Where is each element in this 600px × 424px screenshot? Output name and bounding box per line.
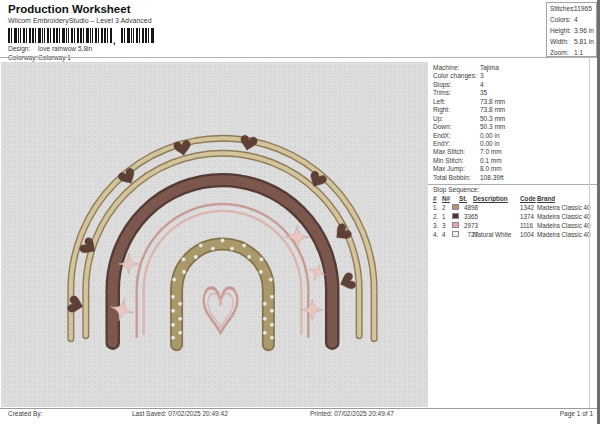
detail-row: Max Stitch:7.0 mm xyxy=(428,148,597,156)
detail-label: Up: xyxy=(433,115,443,122)
thread-color-swatch xyxy=(452,222,459,228)
stitch-count: 3365 xyxy=(460,213,478,220)
summary-label: Zoom: xyxy=(550,49,569,56)
detail-value: 3 xyxy=(480,72,484,79)
stop-sequence-header-row: # N# St. Description Code Brand xyxy=(428,195,600,204)
detail-value: 0.1 mm xyxy=(480,157,502,164)
rainbow-band-pink-lines xyxy=(137,204,309,337)
barcode-comma: , xyxy=(113,36,116,46)
footer-last-saved: Last Saved: 07/02/2025 20:49:42 xyxy=(132,410,228,417)
col-header-num: # xyxy=(433,195,437,202)
detail-label: Trims: xyxy=(433,89,451,96)
stop-sequence-row: 3. 3 2973 1116 Madeira Classic 40 xyxy=(428,222,600,231)
stop-sequence-row: 1. 2 4898 1342 Madeira Classic 40 xyxy=(428,204,600,213)
detail-row: Color changes:3 xyxy=(428,72,597,80)
thread-brand: Madeira Classic 40 xyxy=(537,222,591,229)
thread-code: 1342 xyxy=(520,204,534,211)
detail-value: 0.00 in xyxy=(480,140,500,147)
col-header-code: Code xyxy=(520,195,536,202)
detail-value: 35 xyxy=(480,89,487,96)
thread-brand: Madeira Classic 40 xyxy=(537,213,591,220)
detail-label: Min Stitch: xyxy=(433,157,463,164)
col-header-st: St. xyxy=(459,195,467,202)
summary-row-stitches: Stitches: 11965 xyxy=(547,3,596,14)
thread-code: 1116 xyxy=(520,222,533,229)
center-heart xyxy=(204,288,238,333)
detail-label: Right: xyxy=(433,106,450,113)
summary-value: 1:1 xyxy=(574,49,583,56)
needle-num: 2 xyxy=(442,204,446,211)
thread-code: 1374 xyxy=(520,213,534,220)
footer-divider xyxy=(0,408,597,409)
summary-row-width: Width: 5.81 in xyxy=(547,36,596,47)
needle-num: 4 xyxy=(442,231,446,238)
design-canvas xyxy=(1,62,428,407)
detail-row: Trims:35 xyxy=(428,89,597,97)
summary-row-colors: Colors: 4 xyxy=(547,14,596,25)
detail-value: 73.8 mm xyxy=(480,106,505,113)
design-barcode: , xyxy=(8,28,154,43)
detail-row: Right:73.8 mm xyxy=(428,106,597,114)
detail-value: 108.39ft xyxy=(480,174,504,181)
detail-row: Machine:Tajima xyxy=(428,64,597,72)
design-name-row: Design: love rainwow 5,8in xyxy=(8,45,30,52)
summary-label: Height: xyxy=(550,27,571,34)
machine-details-panel: Machine:Tajima Color changes:3 Stops:4 T… xyxy=(428,64,597,182)
stitch-count: 4898 xyxy=(460,204,478,211)
barcode-bars-left xyxy=(8,28,112,43)
stitch-count: 2973 xyxy=(460,222,478,229)
detail-row: EndY:0.00 in xyxy=(428,140,597,148)
detail-row: Min Stitch:0.1 mm xyxy=(428,157,597,165)
detail-label: Down: xyxy=(433,123,451,130)
needle-num: 3 xyxy=(442,222,446,229)
detail-value: 50.3 mm xyxy=(480,115,505,122)
detail-label: Max Jump: xyxy=(433,165,465,172)
stop-num: 1. xyxy=(433,204,438,211)
design-label: Design: xyxy=(8,45,30,52)
thread-code: 1004 xyxy=(520,231,534,238)
stop-num: 4. xyxy=(433,231,438,238)
detail-value: 73.8 mm xyxy=(480,98,505,105)
thread-brand: Madeira Classic 40 xyxy=(537,231,591,238)
footer-printed: Printed: 07/02/2025 20:49:47 xyxy=(310,410,394,417)
summary-value: 4 xyxy=(574,16,578,23)
right-margin-line xyxy=(589,57,590,408)
detail-row: Left:73.8 mm xyxy=(428,98,597,106)
stop-num: 3. xyxy=(433,222,438,229)
detail-label: Total Bobbin: xyxy=(433,174,471,181)
col-header-needle: N# xyxy=(442,195,450,202)
detail-label: Color changes: xyxy=(433,72,477,79)
thread-description: Natural White xyxy=(473,231,511,238)
design-name-value: love rainwow 5,8in xyxy=(38,45,92,52)
stop-sequence-row: 4. 4 727 Natural White 1004 Madeira Clas… xyxy=(428,231,600,240)
production-worksheet-page: { "header": { "title": "Production Works… xyxy=(0,0,600,424)
footer-page-number: Page 1 of 1 xyxy=(560,410,593,417)
stop-sequence-title: Stop Sequence: xyxy=(433,186,479,193)
design-summary-box: Stitches: 11965 Colors: 4 Height: 3.96 i… xyxy=(546,2,597,57)
thread-brand: Madeira Classic 40 xyxy=(537,204,591,211)
summary-row-height: Height: 3.96 in xyxy=(547,25,596,36)
page-title: Production Worksheet xyxy=(8,3,130,15)
rainbow-embroidery-design xyxy=(1,62,428,407)
detail-row: Up:50.3 mm xyxy=(428,115,597,123)
app-version-subtitle: Wilcom EmbroideryStudio – Level 3 Advanc… xyxy=(8,17,152,24)
detail-value: 0.00 in xyxy=(480,132,500,139)
footer-created-by: Created By: xyxy=(8,410,42,417)
detail-label: Left: xyxy=(433,98,446,105)
detail-label: EndX: xyxy=(433,132,451,139)
summary-value: 3.96 in xyxy=(574,27,594,34)
detail-label: Max Stitch: xyxy=(433,148,465,155)
detail-label: Machine: xyxy=(433,64,459,71)
stop-sequence-table: # N# St. Description Code Brand 1. 2 489… xyxy=(428,195,600,240)
detail-label: EndY: xyxy=(433,140,450,147)
detail-row: EndX:0.00 in xyxy=(428,132,597,140)
summary-label: Width: xyxy=(550,38,569,45)
barcode-bars-right xyxy=(121,28,154,43)
stop-sequence-row: 2. 1 3365 1374 Madeira Classic 40 xyxy=(428,213,600,222)
detail-row: Max Jump:8.0 mm xyxy=(428,165,597,173)
needle-num: 1 xyxy=(442,213,446,220)
detail-value: 8.0 mm xyxy=(480,165,502,172)
detail-value: 7.0 mm xyxy=(480,148,502,155)
summary-value: 11965 xyxy=(574,5,592,12)
col-header-description: Description xyxy=(473,195,508,202)
